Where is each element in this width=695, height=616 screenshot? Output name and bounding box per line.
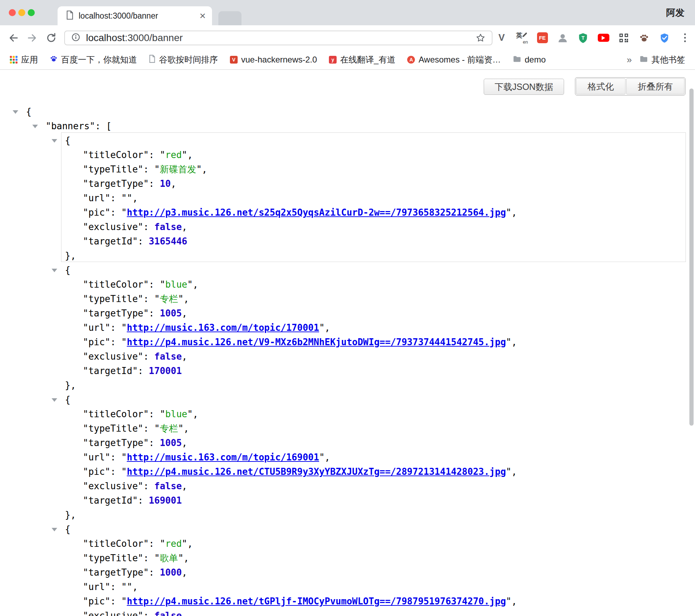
json-key: targetId [88, 495, 132, 506]
collapse-triangle-icon[interactable] [52, 528, 57, 531]
collapse-triangle-icon[interactable] [52, 269, 57, 272]
json-key: titleColor [88, 409, 144, 419]
collapse-triangle-icon[interactable] [52, 139, 57, 143]
reload-button[interactable] [45, 32, 58, 44]
json-line: "exclusive": false [0, 609, 695, 616]
zoom-window-button[interactable] [28, 9, 35, 16]
bookmark-baidu[interactable]: 百度一下，你就知道 [50, 54, 137, 65]
json-key: targetId [88, 366, 132, 376]
profile-name[interactable]: 阿发 [666, 0, 684, 25]
json-line: "url": "http://music.163.com/m/topic/170… [0, 321, 695, 335]
json-line: "titleColor": "red", [0, 537, 695, 551]
url-host: localhost [86, 32, 125, 43]
bookmark-star-icon[interactable] [476, 33, 485, 43]
forward-button[interactable] [26, 32, 39, 44]
json-key: exclusive [88, 351, 138, 362]
banner-object: {"titleColor": "blue","typeTitle": "专栏",… [0, 393, 695, 522]
tab-title: localhost:3000/banner [79, 11, 199, 21]
json-key: titleColor [88, 150, 144, 160]
scrollbar-thumb[interactable] [689, 89, 694, 426]
other-bookmarks[interactable]: 其他书签 [640, 54, 685, 65]
download-json-button[interactable]: 下载JSON数据 [484, 79, 564, 95]
bookmark-demo-folder[interactable]: demo [513, 55, 546, 65]
translate-extension-icon[interactable]: 英 en [516, 32, 528, 44]
json-line: "typeTitle": "歌单", [0, 551, 695, 565]
page-favicon-icon [66, 11, 74, 21]
awesomes-icon: A [407, 56, 415, 64]
json-key: targetId [88, 236, 132, 247]
collapse-triangle-icon[interactable] [13, 110, 18, 114]
json-line: "exclusive": false, [0, 349, 695, 364]
pencil-icon [522, 32, 527, 37]
json-value: 1005 [160, 438, 182, 448]
json-key: url [88, 193, 105, 203]
json-line: "typeTitle": "专栏", [0, 292, 695, 306]
url-path: :3000/banner [125, 32, 183, 43]
nav-buttons [7, 25, 58, 50]
json-line: }, [0, 249, 695, 263]
banner-object: {"titleColor": "red","typeTitle": "新碟首发"… [0, 133, 695, 263]
back-button[interactable] [7, 32, 20, 44]
browser-window: localhost:3000/banner × 阿发 localhost:300… [0, 0, 695, 616]
bookmark-vue-hackernews[interactable]: V vue-hackernews-2.0 [230, 55, 317, 65]
json-line: { [0, 522, 695, 537]
json-value: blue [165, 279, 187, 290]
security-shield-extension-icon[interactable] [658, 32, 670, 44]
vimium-extension-icon[interactable]: V [496, 32, 508, 44]
bookmark-youdao-translate[interactable]: y 在线翻译_有道 [329, 54, 395, 65]
json-key: titleColor [88, 538, 144, 549]
tab-close-icon[interactable]: × [199, 11, 206, 21]
format-button[interactable]: 格式化 [576, 78, 626, 94]
json-line: "pic": "http://p4.music.126.net/V9-MXz6b… [0, 335, 695, 349]
play-icon [602, 36, 605, 40]
close-window-button[interactable] [9, 9, 16, 16]
json-line: "targetId": 169001 [0, 493, 695, 508]
json-line: "targetType": 1005, [0, 436, 695, 450]
json-link[interactable]: http://p4.music.126.net/tGPljf-IMOCyPvum… [127, 596, 506, 607]
json-value: 10 [160, 178, 171, 189]
json-line: "url": "", [0, 191, 695, 205]
folder-icon [640, 55, 648, 65]
url-text: localhost:3000/banner [86, 32, 183, 44]
json-line: { [0, 393, 695, 407]
json-line: { [0, 105, 695, 119]
json-key: pic [88, 207, 105, 218]
youtube-extension-icon[interactable] [597, 32, 609, 44]
fehelper-extension-icon[interactable]: FE [536, 32, 548, 44]
apps-grid-icon [10, 56, 18, 64]
json-value: red [165, 150, 182, 160]
qrcode-extension-icon[interactable] [618, 32, 630, 44]
json-key: exclusive [88, 610, 138, 616]
json-key: exclusive [88, 222, 138, 232]
browser-tab[interactable]: localhost:3000/banner × [58, 6, 212, 25]
json-link[interactable]: http://music.163.com/m/topic/170001 [127, 322, 319, 333]
bookmark-apps[interactable]: 应用 [10, 54, 38, 65]
collapse-all-button[interactable]: 折叠所有 [626, 78, 684, 94]
bookmarks-bar: 应用 百度一下，你就知道 谷歌按时间排序 V vue-hackernews-2.… [0, 50, 695, 70]
json-link[interactable]: http://music.163.com/m/topic/169001 [127, 452, 319, 463]
json-line: "titleColor": "blue", [0, 407, 695, 421]
json-key: typeTitle [88, 553, 138, 563]
json-link[interactable]: http://p4.music.126.net/V9-MXz6b2MNhEKju… [127, 337, 506, 347]
collapse-triangle-icon[interactable] [52, 398, 57, 402]
json-key: typeTitle [88, 294, 138, 304]
bookmark-google-sort[interactable]: 谷歌按时间排序 [149, 54, 218, 65]
tampermonkey-shield-extension-icon[interactable]: T [577, 32, 589, 44]
bookmarks-overflow-chevron[interactable]: » [627, 54, 632, 65]
page-info-icon[interactable] [71, 33, 80, 43]
collapse-triangle-icon[interactable] [32, 125, 38, 128]
json-link[interactable]: http://p3.music.126.net/s25q2x5QyqsAzilC… [127, 207, 506, 218]
minimize-window-button[interactable] [18, 9, 25, 16]
json-link[interactable]: http://p4.music.126.net/CTU5B9R9y3XyYBZX… [127, 466, 506, 477]
json-value: 新碟首发 [160, 164, 196, 175]
person-extension-icon[interactable] [557, 32, 569, 44]
paw-extension-icon[interactable] [638, 32, 650, 44]
json-value: 歌单 [160, 553, 178, 563]
new-tab-button[interactable] [218, 11, 241, 25]
url-bar[interactable]: localhost:3000/banner [64, 31, 492, 45]
folder-icon [513, 55, 521, 65]
browser-menu-icon[interactable] [679, 32, 691, 44]
json-key: exclusive [88, 481, 138, 491]
bookmark-awesomes[interactable]: A Awesomes - 前端资… [407, 54, 501, 65]
json-key: url [88, 452, 105, 463]
